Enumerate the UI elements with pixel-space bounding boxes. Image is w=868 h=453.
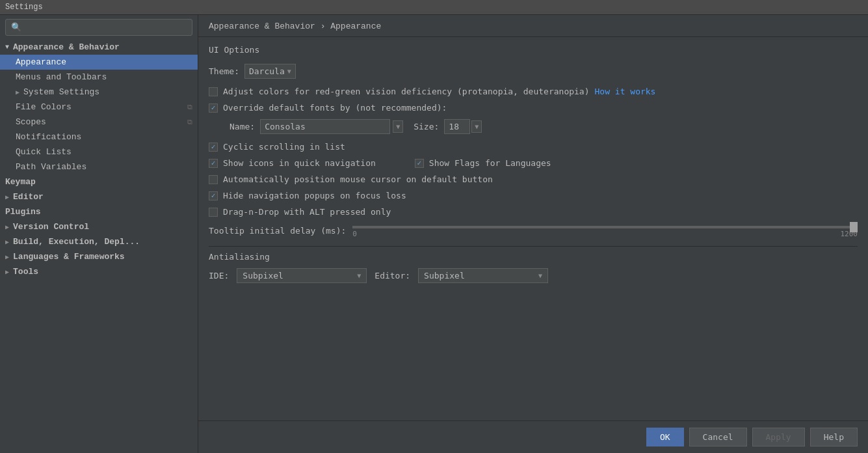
font-size-container: ▼ xyxy=(444,119,482,134)
cancel-button[interactable]: Cancel xyxy=(689,428,747,446)
editor-aa-label: Editor: xyxy=(375,271,410,281)
bottom-bar: OK Cancel Apply Help xyxy=(198,420,868,453)
ok-button[interactable]: OK xyxy=(646,428,684,446)
auto-position-label: Automatically position mouse cursor on d… xyxy=(223,174,493,184)
override-fonts-row: ✓ Override default fonts by (not recomme… xyxy=(209,103,858,113)
sidebar-item-notifications[interactable]: Notifications xyxy=(0,130,198,144)
sidebar-label-languages-frameworks: Languages & Frameworks xyxy=(13,252,125,262)
copy-icon: ⧉ xyxy=(187,103,192,111)
font-name-dropdown[interactable]: ▼ xyxy=(393,120,403,133)
sidebar-item-path-variables[interactable]: Path Variables xyxy=(0,159,198,174)
theme-label: Theme: xyxy=(209,66,239,76)
auto-position-row: Automatically position mouse cursor on d… xyxy=(209,174,858,184)
expand-arrow-editor-icon: ▶ xyxy=(5,193,9,201)
sidebar-label-plugins: Plugins xyxy=(5,207,41,217)
font-row: Name: ▼ Size: ▼ xyxy=(230,119,858,134)
sidebar-label-keymap: Keymap xyxy=(5,177,36,187)
apply-button[interactable]: Apply xyxy=(752,428,805,446)
content-body: UI Options Theme: Darcula ▼ Adjust color… xyxy=(198,37,868,420)
ide-aa-label: IDE: xyxy=(209,271,229,281)
ide-aa-value: Subpixel xyxy=(243,271,283,281)
adjust-colors-row: Adjust colors for red-green vision defic… xyxy=(209,87,858,96)
sidebar-label-editor: Editor xyxy=(13,192,44,202)
hide-nav-checkbox[interactable]: ✓ xyxy=(209,191,218,200)
sidebar-item-menus-toolbars[interactable]: Menus and Toolbars xyxy=(0,70,198,85)
show-flags-checkbox[interactable]: ✓ xyxy=(415,159,424,168)
title-bar: Settings xyxy=(0,0,868,15)
show-flags-col: ✓ Show Flags for Languages xyxy=(415,158,551,168)
search-box[interactable]: 🔍 xyxy=(5,19,192,36)
sidebar-label-quick-lists: Quick Lists xyxy=(16,147,72,157)
title-text: Settings xyxy=(5,3,43,12)
sidebar-label-appearance-behavior: Appearance & Behavior xyxy=(13,42,120,52)
drag-drop-checkbox[interactable] xyxy=(209,208,218,217)
sidebar-label-file-colors: File Colors xyxy=(16,102,72,112)
font-name-label: Name: xyxy=(230,122,255,131)
tooltip-slider-thumb[interactable] xyxy=(850,222,858,232)
cyclic-scrolling-checkbox[interactable]: ✓ xyxy=(209,143,218,152)
ide-aa-dropdown[interactable]: Subpixel ▼ xyxy=(237,268,367,283)
font-size-input[interactable] xyxy=(444,119,470,134)
sidebar-item-appearance-behavior[interactable]: ▼ Appearance & Behavior xyxy=(0,40,198,55)
separator xyxy=(209,246,858,247)
sidebar-item-build-execution[interactable]: ▶ Build, Execution, Depl... xyxy=(0,234,198,249)
show-flags-label: Show Flags for Languages xyxy=(429,158,551,168)
antialiasing-row: IDE: Subpixel ▼ Editor: Subpixel ▼ xyxy=(209,268,858,283)
editor-aa-dropdown[interactable]: Subpixel ▼ xyxy=(418,268,548,283)
adjust-colors-label: Adjust colors for red-green vision defic… xyxy=(223,87,590,96)
sidebar-item-file-colors[interactable]: File Colors ⧉ xyxy=(0,100,198,115)
sidebar-item-appearance[interactable]: Appearance xyxy=(0,55,198,70)
theme-dropdown[interactable]: Darcula ▼ xyxy=(244,64,296,79)
sidebar-item-tools[interactable]: ▶ Tools xyxy=(0,264,198,279)
antialiasing-section: Antialiasing IDE: Subpixel ▼ Editor: Sub… xyxy=(209,252,858,283)
theme-dropdown-arrow-icon: ▼ xyxy=(287,68,291,75)
editor-aa-arrow-icon: ▼ xyxy=(538,272,542,279)
tooltip-slider-track[interactable] xyxy=(352,226,858,228)
slider-labels: 0 1200 xyxy=(352,230,858,238)
sidebar-label-menus-toolbars: Menus and Toolbars xyxy=(16,72,107,82)
adjust-colors-checkbox[interactable] xyxy=(209,87,218,96)
font-name-field-container: ▼ xyxy=(260,119,403,134)
sidebar-label-system-settings: System Settings xyxy=(23,87,99,97)
sidebar-item-quick-lists[interactable]: Quick Lists xyxy=(0,144,198,159)
show-icons-label: Show icons in quick navigation xyxy=(223,158,376,168)
breadcrumb: Appearance & Behavior › Appearance xyxy=(198,15,868,37)
auto-position-checkbox[interactable] xyxy=(209,175,218,184)
cyclic-scrolling-row: ✓ Cyclic scrolling in list xyxy=(209,142,858,152)
sidebar-label-tools: Tools xyxy=(13,267,38,277)
font-name-input[interactable] xyxy=(260,119,390,134)
sidebar-item-editor[interactable]: ▶ Editor xyxy=(0,189,198,204)
hide-nav-row: ✓ Hide navigation popups on focus loss xyxy=(209,191,858,200)
sidebar-item-version-control[interactable]: ▶ Version Control xyxy=(0,219,198,234)
override-fonts-checkbox[interactable]: ✓ xyxy=(209,103,218,113)
show-icons-row: ✓ Show icons in quick navigation ✓ Show … xyxy=(209,158,858,168)
sidebar-label-version-control: Version Control xyxy=(13,222,89,232)
font-size-label: Size: xyxy=(414,122,439,131)
main-container: 🔍 ▼ Appearance & Behavior Appearance Men… xyxy=(0,15,868,453)
sidebar-item-scopes[interactable]: Scopes ⧉ xyxy=(0,115,198,130)
override-fonts-label: Override default fonts by (not recommend… xyxy=(223,103,447,113)
sidebar-item-plugins[interactable]: Plugins xyxy=(0,204,198,219)
tooltip-slider-container: 0 1200 xyxy=(352,223,858,238)
expand-arrow-vc-icon: ▶ xyxy=(5,223,9,231)
search-icon: 🔍 xyxy=(11,22,21,33)
sidebar-label-scopes: Scopes xyxy=(16,117,46,127)
size-dropdown-arrow-icon: ▼ xyxy=(475,123,479,130)
sidebar-item-system-settings[interactable]: ▶ System Settings xyxy=(0,85,198,100)
help-button[interactable]: Help xyxy=(810,428,858,446)
how-it-works-link[interactable]: How it works xyxy=(595,87,656,96)
show-icons-checkbox[interactable]: ✓ xyxy=(209,159,218,168)
expand-arrow-icon: ▼ xyxy=(5,44,9,51)
sidebar-item-languages-frameworks[interactable]: ▶ Languages & Frameworks xyxy=(0,249,198,264)
section-title: UI Options xyxy=(209,45,858,55)
drag-drop-label: Drag-n-Drop with ALT pressed only xyxy=(223,207,391,217)
slider-min-label: 0 xyxy=(352,230,357,238)
search-input[interactable] xyxy=(25,23,187,33)
antialiasing-title: Antialiasing xyxy=(209,252,858,262)
expand-arrow-tools-icon: ▶ xyxy=(5,268,9,276)
drag-drop-row: Drag-n-Drop with ALT pressed only xyxy=(209,207,858,217)
sidebar-label-build-execution: Build, Execution, Depl... xyxy=(13,237,140,247)
sidebar-item-keymap[interactable]: Keymap xyxy=(0,174,198,189)
cyclic-scrolling-label: Cyclic scrolling in list xyxy=(223,142,345,152)
font-size-dropdown[interactable]: ▼ xyxy=(471,120,482,133)
